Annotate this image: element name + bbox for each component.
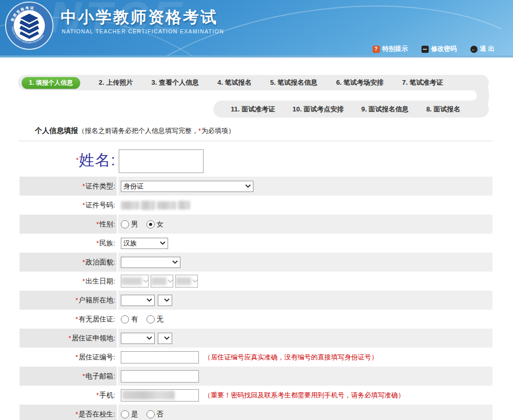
tab-step-6[interactable]: 6. 笔试考场安排 xyxy=(336,78,383,87)
required-asterisk: * xyxy=(83,183,85,190)
field-label-cell: *证件类型: xyxy=(20,177,117,196)
select-4[interactable]: 汉族 xyxy=(121,238,168,249)
field-label: 证件类型: xyxy=(85,182,115,191)
chevron-down-icon xyxy=(192,279,197,283)
field-label: 政治面貌: xyxy=(85,258,115,267)
field-label-cell: *户籍所在地: xyxy=(20,291,117,310)
name-label-cell: * 姓名: xyxy=(20,144,117,177)
tab-step-5[interactable]: 5. 笔试报名信息 xyxy=(270,78,317,87)
tab-step-3[interactable]: 3. 查看个人信息 xyxy=(151,78,198,87)
radio-option[interactable] xyxy=(146,410,155,418)
required-asterisk: * xyxy=(76,411,78,418)
redacted-value-wrap xyxy=(121,201,190,210)
site-subtitle: NATIONAL TEACHER CERTIFICATION EXAMINATI… xyxy=(62,28,224,34)
redacted-value xyxy=(121,277,142,285)
field-label: 有无居住证: xyxy=(79,315,115,324)
form-title: 个人信息填报（报名之前请务必把个人信息填写完整，*为必填项） xyxy=(20,126,492,141)
tab-step-11[interactable]: 11. 面试准考证 xyxy=(231,105,275,114)
field-label-cell: *居住证申领地: xyxy=(20,329,117,348)
radio-option-label: 男 xyxy=(131,220,138,229)
field-label: 民族: xyxy=(99,239,115,248)
field-cell: 有无 xyxy=(118,310,492,329)
tab-step-4[interactable]: 4. 笔试报名 xyxy=(217,78,251,87)
form-title-bold: 个人信息填报 xyxy=(35,126,78,135)
header: NTCE 教 师 资 格 考 试 National Teacher Certif… xyxy=(0,0,513,58)
select-region-major[interactable] xyxy=(121,333,155,344)
redacted-value xyxy=(122,391,175,399)
chevron-down-icon xyxy=(168,279,173,283)
required-asterisk: * xyxy=(76,297,78,304)
radio-option-label: 无 xyxy=(157,315,164,324)
required-asterisk: * xyxy=(97,240,99,247)
field-label-cell: *是否在校生: xyxy=(20,405,117,420)
field-label-cell: *性别: xyxy=(20,215,117,234)
form-row-9: *居住证申领地: xyxy=(20,329,492,348)
required-asterisk: * xyxy=(97,221,99,228)
tab-step-1[interactable]: 1. 填报个人信息 xyxy=(22,77,80,89)
select-region-major[interactable] xyxy=(121,295,155,306)
field-label-cell: *证件号码: xyxy=(20,196,117,215)
required-asterisk: * xyxy=(83,259,85,266)
redacted-input-wrap xyxy=(121,389,199,402)
select-region-minor[interactable] xyxy=(158,295,172,306)
chevron-down-icon xyxy=(143,279,148,283)
field-label-cell: *手机: xyxy=(20,386,117,405)
text-input[interactable] xyxy=(121,351,199,364)
chevron-down-icon xyxy=(245,184,251,188)
form-row-3: *性别:男女 xyxy=(20,215,492,234)
field-label-cell: *电子邮箱: xyxy=(20,367,117,386)
field-cell xyxy=(118,196,492,215)
radio-option[interactable] xyxy=(121,220,129,228)
field-cell xyxy=(118,329,492,348)
select-5[interactable] xyxy=(121,257,180,268)
tab-step-7[interactable]: 7. 笔试准考证 xyxy=(402,78,443,87)
radio-option[interactable] xyxy=(146,315,155,323)
form-row-6: *出生日期: xyxy=(20,272,492,291)
form-row-1: *证件类型:身份证 xyxy=(20,177,492,196)
field-label: 电子邮箱: xyxy=(85,372,115,381)
tab-step-9[interactable]: 9. 面试报名信息 xyxy=(361,105,409,114)
name-row: * 姓名: xyxy=(20,144,492,177)
select-1[interactable]: 身份证 xyxy=(121,181,253,192)
tab-step-2[interactable]: 2. 上传照片 xyxy=(99,78,133,87)
radio-option[interactable] xyxy=(121,315,129,323)
header-link-logout[interactable]: ←退 出 xyxy=(470,45,494,53)
form-row-2: *证件号码: xyxy=(20,196,492,215)
form-title-note-post: 为必填项） xyxy=(201,127,235,135)
required-asterisk: * xyxy=(76,157,79,164)
tab-step-10[interactable]: 10. 面试考点安排 xyxy=(292,105,344,114)
tabbar-notch xyxy=(154,90,477,101)
form-row-11: *电子邮箱: xyxy=(20,367,492,386)
tabs-row-1: 1. 填报个人信息2. 上传照片3. 查看个人信息4. 笔试报名5. 笔试报名信… xyxy=(18,75,489,90)
chevron-down-icon xyxy=(146,298,152,302)
select-region-minor[interactable] xyxy=(158,333,172,344)
field-label-cell: *民族: xyxy=(20,234,117,253)
required-asterisk: * xyxy=(83,202,85,209)
redacted-value xyxy=(151,277,167,285)
form-rows: *证件类型:身份证*证件号码:*性别:男女*民族:汉族*政治面貌:*出生日期:*… xyxy=(20,177,492,420)
form-row-7: *户籍所在地: xyxy=(20,291,492,310)
date-select[interactable] xyxy=(151,275,173,288)
redacted-value xyxy=(176,277,191,285)
redacted-value xyxy=(141,201,155,210)
form-row-12: *手机:（重要！密码找回及联系考生都需要用到手机号，请务必填写准确） xyxy=(20,386,492,405)
field-note: （居住证编号应真实准确，没有编号的直接填写身份证号） xyxy=(204,353,378,362)
header-link-special-notice[interactable]: ?特别提示 xyxy=(373,45,408,53)
name-input[interactable] xyxy=(119,149,204,173)
field-label: 户籍所在地: xyxy=(79,296,115,305)
date-select[interactable] xyxy=(121,275,149,288)
radio-option[interactable] xyxy=(121,410,129,418)
field-label: 出生日期: xyxy=(85,277,115,286)
date-select[interactable] xyxy=(175,275,198,288)
field-label-cell: *居住证编号: xyxy=(20,348,117,367)
required-asterisk: * xyxy=(97,392,99,399)
field-label-cell: *有无居住证: xyxy=(20,310,117,329)
header-link-change-password[interactable]: •••修改密码 xyxy=(422,45,457,53)
text-input[interactable] xyxy=(121,370,199,383)
tab-step-8[interactable]: 8. 面试报名 xyxy=(426,105,460,114)
radio-option[interactable] xyxy=(146,220,155,228)
field-cell: 身份证 xyxy=(118,177,492,196)
page: NTCE 教 师 资 格 考 试 National Teacher Certif… xyxy=(0,0,513,420)
field-cell: （重要！密码找回及联系考生都需要用到手机号，请务必填写准确） xyxy=(118,386,492,405)
field-cell: 男女 xyxy=(118,215,492,234)
